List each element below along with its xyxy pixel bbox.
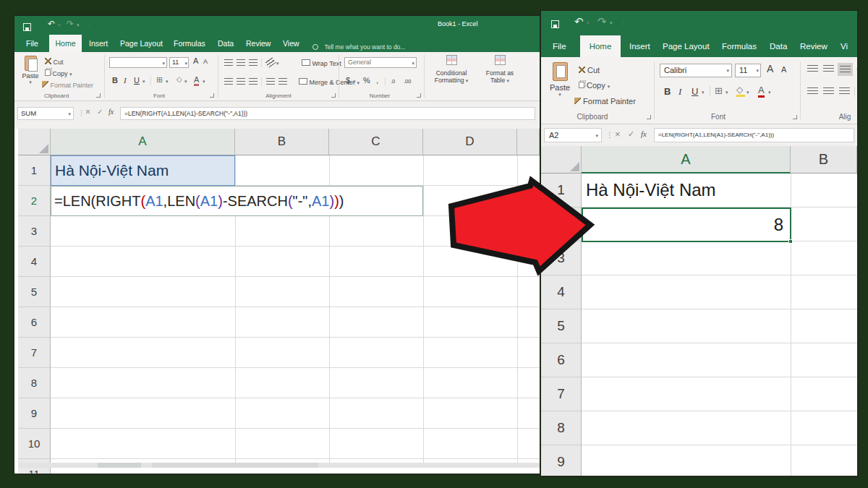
fill-color-button[interactable]: ◇ — [736, 85, 743, 95]
formula-input[interactable]: =LEN(RIGHT(A1,LEN(A1)-SEARCH("-",A1))) — [654, 128, 854, 142]
fill-color-dropdown-icon[interactable]: ▾ — [184, 79, 187, 85]
number-dialog-launcher[interactable] — [417, 93, 421, 98]
font-dialog-launcher[interactable] — [210, 93, 214, 98]
enter-button[interactable]: ✓ — [628, 129, 634, 139]
row-header-2[interactable]: 2 — [541, 207, 582, 241]
grow-font-button[interactable]: A — [767, 63, 773, 74]
format-painter-button[interactable]: Format Painter — [42, 81, 93, 89]
undo-icon[interactable]: ↶ — [574, 15, 584, 28]
increase-decimal-button[interactable]: .0 — [391, 78, 395, 85]
tab-home[interactable]: Home — [49, 35, 82, 52]
redo-icon[interactable]: ↷ — [67, 19, 74, 29]
font-size-box[interactable]: 11 ▾ — [169, 57, 189, 68]
align-top-button[interactable] — [807, 65, 818, 73]
align-bottom-button[interactable] — [249, 59, 258, 66]
font-color-button[interactable]: A — [194, 75, 199, 86]
fill-handle[interactable] — [788, 239, 793, 244]
decrease-decimal-button[interactable]: .00 — [404, 78, 411, 85]
wrap-text-button[interactable]: Wrap Text — [302, 59, 341, 67]
increase-indent-button[interactable] — [278, 78, 287, 85]
row-header-2[interactable]: 2 — [18, 186, 51, 216]
column-header-a[interactable]: A — [582, 146, 791, 174]
underline-dropdown-icon[interactable]: ▾ — [142, 79, 145, 85]
borders-button[interactable]: ⊞ — [715, 85, 723, 96]
column-header-b[interactable]: B — [791, 146, 857, 174]
column-header-a[interactable]: A — [51, 129, 235, 155]
tab-view[interactable]: View — [283, 39, 299, 48]
align-right-button[interactable] — [839, 87, 850, 95]
percent-button[interactable]: % — [363, 76, 370, 85]
tab-view-partial[interactable]: Vi — [841, 42, 848, 51]
tab-formulas[interactable]: Formulas — [722, 42, 757, 51]
grow-font-button[interactable]: A — [193, 56, 198, 65]
tab-insert[interactable]: Insert — [89, 39, 108, 48]
row-header-7[interactable]: 7 — [541, 377, 582, 411]
format-as-table-button[interactable]: Format as Table ▾ — [479, 55, 521, 85]
cell-a1[interactable]: Hà Nội-Việt Nam — [51, 155, 235, 186]
copy-button[interactable]: Copy ▾ — [579, 81, 610, 90]
insert-function-button[interactable]: fx — [109, 108, 114, 116]
italic-button[interactable]: I — [678, 86, 681, 98]
cell-a2-selected[interactable]: 8 — [582, 207, 791, 242]
name-box[interactable]: SUM ▾ — [17, 107, 74, 120]
font-dialog-launcher[interactable] — [793, 115, 797, 119]
sheet-tab-sliver[interactable] — [152, 463, 318, 468]
row-header-9[interactable]: 9 — [541, 445, 582, 476]
underline-button[interactable]: U — [692, 86, 698, 97]
orientation-button[interactable] — [265, 57, 276, 67]
paste-button[interactable]: Paste ▾ — [546, 61, 574, 114]
sheet-tabs-strip[interactable] — [18, 463, 540, 468]
align-bottom-button[interactable] — [838, 63, 853, 76]
row-header-3[interactable]: 3 — [18, 216, 51, 247]
align-middle-button[interactable] — [237, 59, 245, 66]
name-box-splitter[interactable]: ⋮ — [606, 131, 613, 139]
qat-customize-icon[interactable]: ⋮ — [621, 20, 626, 26]
row-header-6[interactable]: 6 — [541, 343, 582, 377]
align-left-button[interactable] — [807, 87, 818, 95]
undo-dropdown-icon[interactable]: ▾ — [587, 20, 590, 26]
paste-dropdown-icon[interactable]: ▾ — [19, 80, 42, 85]
column-header-c[interactable]: C — [329, 129, 423, 155]
row-header-7[interactable]: 7 — [18, 338, 51, 368]
tab-file[interactable]: File — [26, 39, 38, 48]
column-header-d[interactable]: D — [423, 129, 517, 155]
cell-a2-formula-edit[interactable]: =LEN(RIGHT(A1,LEN(A1)-SEARCH("-",A1))) — [51, 186, 423, 216]
undo-dropdown-icon[interactable]: ▾ — [58, 22, 61, 28]
row-header-10[interactable]: 10 — [18, 429, 51, 459]
redo-dropdown-icon[interactable]: ▾ — [610, 20, 613, 26]
row-header-6[interactable]: 6 — [18, 307, 51, 338]
font-color-dropdown-icon[interactable]: ▾ — [203, 79, 205, 85]
orientation-button[interactable] — [856, 63, 857, 75]
row-header-5[interactable]: 5 — [541, 309, 582, 343]
sheet-tab-sliver[interactable] — [98, 463, 141, 468]
font-name-box[interactable]: ▾ — [109, 57, 167, 68]
select-all-corner[interactable] — [541, 146, 582, 174]
borders-dropdown-icon[interactable]: ▾ — [166, 79, 169, 85]
insert-function-button[interactable]: fx — [641, 129, 647, 138]
column-header-e-partial[interactable] — [517, 129, 540, 155]
tab-review[interactable]: Review — [800, 42, 827, 51]
cut-button[interactable]: Cut — [45, 58, 64, 66]
italic-button[interactable]: I — [124, 76, 127, 85]
align-right-button[interactable] — [249, 78, 258, 85]
align-left-button[interactable] — [224, 78, 233, 85]
formula-input[interactable]: =LEN(RIGHT(A1,LEN(A1)-SEARCH("-",A1))) — [120, 107, 535, 120]
redo-dropdown-icon[interactable]: ▾ — [77, 22, 80, 28]
undo-icon[interactable]: ↶ — [48, 19, 55, 29]
cut-button[interactable]: Cut — [579, 66, 600, 74]
borders-dropdown-icon[interactable]: ▾ — [726, 90, 728, 95]
font-name-dropdown-icon[interactable]: ▾ — [162, 61, 165, 67]
cancel-button[interactable]: × — [85, 107, 90, 117]
clipboard-dialog-launcher[interactable] — [96, 93, 101, 98]
bold-button[interactable]: B — [112, 76, 118, 85]
decrease-indent-button[interactable] — [266, 78, 275, 85]
tell-me-box[interactable]: Tell me what you want to do... — [312, 39, 405, 52]
align-top-button[interactable] — [224, 59, 233, 66]
shrink-font-button[interactable]: A — [203, 58, 208, 65]
clipboard-dialog-launcher[interactable] — [647, 115, 651, 119]
cell-a1[interactable]: Hà Nội-Việt Nam — [582, 174, 791, 207]
shrink-font-button[interactable]: A — [781, 65, 786, 74]
tab-insert[interactable]: Insert — [629, 42, 650, 51]
comma-button[interactable]: , — [376, 76, 378, 85]
name-box[interactable]: A2 ▾ — [544, 128, 602, 142]
